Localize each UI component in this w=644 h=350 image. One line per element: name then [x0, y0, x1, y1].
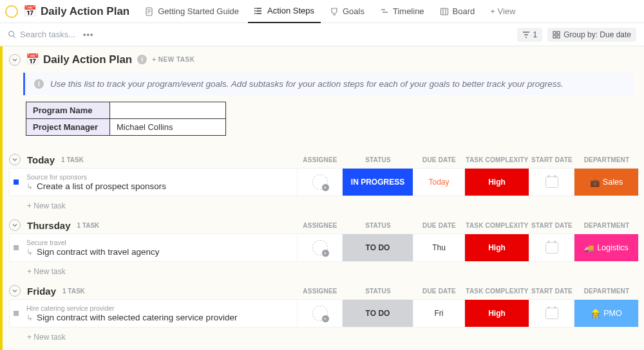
- col-due[interactable]: DUE DATE: [413, 156, 465, 163]
- tab-getting-started[interactable]: Getting Started Guide: [138, 0, 245, 23]
- complexity-badge[interactable]: High: [465, 234, 529, 261]
- assignee-cell[interactable]: [297, 300, 342, 327]
- department-cell[interactable]: 💼Sales: [574, 169, 638, 196]
- col-complex[interactable]: TASK COMPLEXITY: [465, 156, 529, 163]
- col-complex[interactable]: TASK COMPLEXITY: [465, 222, 529, 229]
- collapse-group-button[interactable]: [9, 219, 21, 231]
- status-square-icon[interactable]: [14, 180, 19, 185]
- task-group: Thursday 1 TASK ASSIGNEE STATUS DUE DATE…: [9, 219, 639, 276]
- filter-icon: [522, 31, 530, 39]
- new-task-button[interactable]: + NEW TASK: [152, 56, 194, 63]
- department-cell[interactable]: 👷PMO: [574, 300, 638, 327]
- col-start[interactable]: START DATE: [529, 156, 574, 163]
- subtask-icon: ↳: [26, 313, 33, 322]
- group-name[interactable]: Thursday: [27, 220, 71, 231]
- new-task-button[interactable]: + New task: [9, 196, 639, 210]
- department-badge[interactable]: 👷PMO: [574, 300, 638, 327]
- collapse-group-button[interactable]: [9, 285, 21, 297]
- col-assignee[interactable]: ASSIGNEE: [298, 156, 343, 163]
- task-main[interactable]: Source for sponsors ↳ Create a list of p…: [10, 169, 297, 196]
- tab-label: Goals: [343, 6, 365, 16]
- subtask-icon: ↳: [26, 182, 33, 191]
- department-badge[interactable]: 🚚Logistics: [574, 234, 638, 261]
- department-badge[interactable]: 💼Sales: [574, 169, 638, 196]
- tab-timeline[interactable]: Timeline: [374, 0, 431, 23]
- task-main[interactable]: Secure travel ↳ Sign contract with trave…: [10, 234, 297, 261]
- status-badge[interactable]: TO DO: [343, 300, 413, 327]
- task-main[interactable]: Hire catering service provider ↳ Sign co…: [10, 300, 297, 327]
- subtask-icon: ↳: [26, 248, 33, 257]
- new-task-button[interactable]: + New task: [9, 262, 639, 276]
- col-complex[interactable]: TASK COMPLEXITY: [465, 288, 529, 295]
- workspace-title-text: Daily Action Plan: [41, 5, 129, 18]
- task-name[interactable]: ↳ Create a list of prospect sponsors: [26, 181, 292, 191]
- tab-action-steps[interactable]: Action Steps: [248, 0, 321, 23]
- calendar-icon[interactable]: [545, 176, 558, 188]
- workspace-title[interactable]: 📅 Daily Action Plan: [23, 5, 129, 18]
- start-cell[interactable]: [529, 169, 574, 196]
- start-cell[interactable]: [529, 300, 574, 327]
- new-task-button[interactable]: + New task: [9, 327, 639, 342]
- col-dept[interactable]: DEPARTMENT: [574, 222, 639, 229]
- toolbar-more-button[interactable]: •••: [80, 30, 97, 39]
- col-dept[interactable]: DEPARTMENT: [574, 288, 639, 295]
- info-icon[interactable]: i: [137, 55, 147, 64]
- complexity-cell[interactable]: High: [464, 300, 529, 327]
- col-status[interactable]: STATUS: [343, 222, 413, 229]
- parent-task-name: Hire catering service provider: [26, 304, 292, 312]
- filter-pill[interactable]: 1: [517, 28, 543, 42]
- assignee-cell[interactable]: [297, 169, 342, 196]
- col-assignee[interactable]: ASSIGNEE: [298, 222, 343, 229]
- status-cell[interactable]: IN PROGRESS: [342, 169, 413, 196]
- task-name[interactable]: ↳ Sign contract with travel agency: [26, 247, 292, 257]
- calendar-icon[interactable]: [545, 308, 558, 319]
- collapse-list-button[interactable]: [9, 54, 21, 66]
- complexity-badge[interactable]: High: [465, 169, 529, 196]
- task-row[interactable]: Hire catering service provider ↳ Sign co…: [9, 299, 639, 327]
- assignee-cell[interactable]: [297, 234, 342, 261]
- col-due[interactable]: DUE DATE: [413, 288, 465, 295]
- collapse-group-button[interactable]: [9, 154, 21, 165]
- parent-task-name: Source for sponsors: [26, 173, 292, 181]
- task-name[interactable]: ↳ Sign contract with selected catering s…: [26, 313, 292, 322]
- groupby-pill[interactable]: Group by: Due date: [547, 28, 636, 42]
- status-square-icon[interactable]: [14, 245, 19, 250]
- status-square-icon[interactable]: [14, 311, 19, 316]
- col-assignee[interactable]: ASSIGNEE: [298, 288, 343, 295]
- status-cell[interactable]: TO DO: [342, 300, 413, 327]
- status-cell[interactable]: TO DO: [342, 234, 413, 261]
- assignee-placeholder-icon[interactable]: [312, 240, 328, 255]
- complexity-cell[interactable]: High: [464, 234, 529, 261]
- meta-value[interactable]: [110, 102, 226, 119]
- status-badge[interactable]: IN PROGRESS: [343, 169, 413, 196]
- assignee-placeholder-icon[interactable]: [312, 174, 328, 190]
- start-cell[interactable]: [529, 234, 574, 261]
- complexity-badge[interactable]: High: [465, 300, 529, 327]
- list-title[interactable]: 📅 Daily Action Plan: [26, 53, 132, 66]
- due-cell[interactable]: Today: [413, 169, 464, 196]
- due-cell[interactable]: Thu: [413, 234, 464, 261]
- complexity-cell[interactable]: High: [464, 169, 529, 196]
- status-badge[interactable]: TO DO: [343, 234, 413, 261]
- calendar-icon[interactable]: [545, 242, 558, 253]
- tab-board[interactable]: Board: [433, 0, 482, 23]
- assignee-placeholder-icon[interactable]: [312, 306, 328, 321]
- tab-goals[interactable]: Goals: [323, 0, 371, 23]
- due-cell[interactable]: Fri: [413, 300, 464, 327]
- add-view-button[interactable]: + View: [484, 6, 522, 16]
- department-cell[interactable]: 🚚Logistics: [574, 234, 638, 261]
- col-start[interactable]: START DATE: [529, 222, 574, 229]
- group-name[interactable]: Friday: [27, 286, 56, 297]
- col-start[interactable]: START DATE: [529, 288, 574, 295]
- col-dept[interactable]: DEPARTMENT: [574, 156, 639, 163]
- group-name[interactable]: Today: [27, 154, 55, 165]
- col-due[interactable]: DUE DATE: [413, 222, 465, 229]
- svg-rect-4: [440, 8, 448, 15]
- tab-label: Timeline: [393, 6, 424, 16]
- meta-value[interactable]: Michael Collins: [110, 119, 226, 136]
- search-input[interactable]: Search tasks...: [8, 30, 75, 39]
- col-status[interactable]: STATUS: [343, 288, 413, 295]
- col-status[interactable]: STATUS: [343, 156, 413, 163]
- task-row[interactable]: Secure travel ↳ Sign contract with trave…: [9, 234, 639, 262]
- task-row[interactable]: Source for sponsors ↳ Create a list of p…: [9, 168, 639, 196]
